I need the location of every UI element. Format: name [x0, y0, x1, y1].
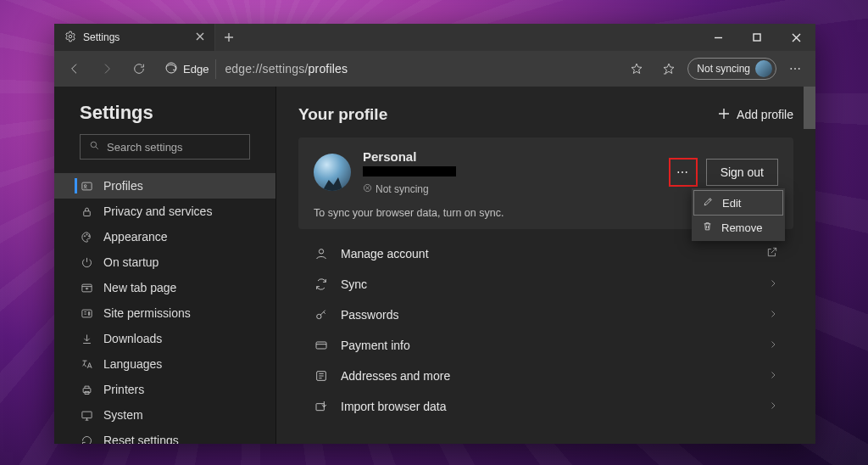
language-icon — [80, 358, 93, 371]
svg-point-3 — [91, 142, 97, 148]
row-payment[interactable]: Payment info — [298, 330, 793, 361]
titlebar: Settings — [54, 24, 815, 51]
minimize-button[interactable] — [698, 24, 737, 51]
edge-identity: Edge — [158, 59, 216, 79]
svg-rect-6 — [83, 210, 90, 216]
newtab-icon — [80, 282, 93, 294]
content-area: Settings Search settings Profiles Privac… — [54, 87, 815, 444]
svg-point-16 — [317, 314, 321, 318]
context-menu-edit[interactable]: Edit — [693, 190, 783, 216]
svg-point-7 — [84, 235, 85, 236]
row-label: Payment info — [341, 339, 410, 352]
row-passwords[interactable]: Passwords — [298, 300, 793, 330]
sync-icon — [314, 277, 329, 291]
sidebar-item-label: Site permissions — [103, 306, 191, 320]
external-link-icon — [766, 246, 778, 261]
maximize-button[interactable] — [737, 24, 776, 51]
main-heading: Your profile — [298, 105, 387, 124]
row-label: Passwords — [341, 308, 398, 322]
edge-label: Edge — [183, 63, 209, 76]
sidebar-item-printers[interactable]: Printers — [54, 377, 275, 402]
favorite-star-icon[interactable] — [623, 55, 650, 82]
toolbar: Edge edge://settings/profiles Not syncin… — [54, 51, 815, 87]
app-menu-button[interactable]: ⋯ — [782, 55, 809, 82]
sidebar-item-label: System — [103, 408, 143, 422]
svg-rect-19 — [316, 404, 324, 411]
svg-point-2 — [166, 63, 176, 73]
url-path: profiles — [309, 62, 348, 76]
profile-avatar-icon — [755, 60, 772, 77]
key-icon — [314, 308, 329, 322]
sidebar-item-privacy[interactable]: Privacy and services — [54, 199, 275, 224]
chevron-right-icon — [768, 369, 778, 383]
palette-icon — [80, 231, 93, 244]
forward-button[interactable] — [93, 55, 120, 82]
printer-icon — [80, 384, 93, 396]
row-label: Manage account — [341, 247, 429, 261]
sidebar-item-downloads[interactable]: Downloads — [54, 326, 275, 351]
lock-icon — [80, 205, 93, 218]
person-icon — [314, 247, 329, 261]
svg-point-9 — [88, 235, 89, 236]
download-icon — [80, 333, 93, 345]
profile-context-menu: Edit Remove — [692, 188, 785, 241]
row-sync[interactable]: Sync — [298, 269, 793, 300]
chevron-right-icon — [768, 277, 778, 291]
sidebar-item-system[interactable]: System — [54, 402, 275, 428]
svg-point-8 — [86, 233, 86, 234]
reset-icon — [80, 434, 93, 445]
main-panel: Your profile Add profile Personal Not sy… — [276, 87, 815, 444]
svg-rect-13 — [81, 412, 91, 418]
profile-card-icon — [80, 180, 93, 193]
sync-off-icon — [363, 183, 372, 195]
chevron-right-icon — [768, 400, 778, 413]
search-icon — [89, 140, 100, 154]
profile-more-button[interactable]: ⋯ — [669, 158, 698, 187]
search-settings-input[interactable]: Search settings — [80, 134, 250, 160]
sidebar-item-label: Privacy and services — [103, 204, 212, 218]
sidebar-item-profiles[interactable]: Profiles — [54, 173, 275, 199]
sidebar-item-label: Profiles — [103, 179, 143, 193]
close-tab-icon[interactable] — [196, 31, 204, 43]
sidebar-nav: Profiles Privacy and services Appearance… — [54, 168, 275, 444]
refresh-button[interactable] — [125, 55, 153, 82]
address-icon — [314, 369, 329, 383]
pencil-icon — [703, 196, 714, 210]
address-bar[interactable]: edge://settings/profiles — [225, 62, 618, 76]
import-icon — [314, 400, 329, 413]
sync-status-label: Not syncing — [697, 63, 750, 75]
row-import[interactable]: Import browser data — [298, 391, 793, 422]
sidebar-item-startup[interactable]: On startup — [54, 249, 275, 275]
back-button[interactable] — [61, 55, 88, 82]
app-window: Settings Edge edge://settings/profiles N… — [54, 24, 815, 444]
new-tab-button[interactable] — [215, 24, 242, 51]
context-menu-remove[interactable]: Remove — [693, 216, 783, 239]
row-label: Import browser data — [341, 400, 447, 413]
profile-info: Personal Not syncing — [363, 149, 456, 195]
tab-title: Settings — [83, 31, 120, 43]
svg-point-5 — [84, 184, 86, 187]
close-window-button[interactable] — [776, 24, 815, 51]
svg-point-15 — [319, 249, 323, 253]
sidebar-item-label: New tab page — [103, 281, 176, 294]
profile-sync-pill[interactable]: Not syncing — [687, 58, 776, 80]
svg-rect-11 — [81, 310, 91, 317]
sidebar-item-label: Downloads — [103, 332, 162, 345]
favorites-button[interactable] — [655, 55, 682, 82]
sidebar-item-newtab[interactable]: New tab page — [54, 275, 275, 300]
svg-rect-4 — [81, 182, 91, 190]
gear-icon — [64, 31, 76, 45]
window-controls — [698, 24, 815, 51]
sign-out-button[interactable]: Sign out — [706, 159, 778, 186]
browser-tab-settings[interactable]: Settings — [54, 24, 215, 51]
sidebar-item-permissions[interactable]: Site permissions — [54, 300, 275, 326]
row-manage-account[interactable]: Manage account — [298, 238, 793, 269]
row-addresses[interactable]: Addresses and more — [298, 361, 793, 391]
profile-email-redacted — [363, 166, 456, 176]
scrollbar-thumb[interactable] — [804, 87, 815, 129]
sidebar-item-languages[interactable]: Languages — [54, 351, 275, 377]
add-profile-button[interactable]: Add profile — [718, 108, 793, 122]
sidebar-item-appearance[interactable]: Appearance — [54, 224, 275, 249]
sidebar-item-reset[interactable]: Reset settings — [54, 428, 275, 444]
card-icon — [314, 339, 329, 352]
